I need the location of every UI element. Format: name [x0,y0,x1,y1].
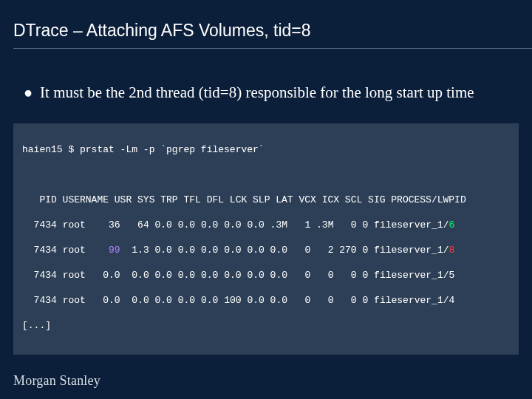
terminal-output: haien15 $ prstat -Lm -p `pgrep fileserve… [13,123,519,355]
bullet-item: ● It must be the 2nd thread (tid=8) resp… [0,56,532,103]
slide-title: DTrace – Attaching AFS Volumes, tid=8 [13,21,532,41]
terminal-header-row: PID USERNAME USR SYS TRP TFL DFL LCK SLP… [22,194,510,206]
terminal-blank-line [22,168,510,181]
terminal-data-row: 7434 root 0.0 0.0 0.0 0.0 0.0 100 0.0 0.… [22,294,510,307]
title-underline [13,48,532,49]
lwp-highlight: 8 [449,245,455,256]
terminal-data-row: 7434 root 0.0 0.0 0.0 0.0 0.0 0.0 0.0 0.… [22,269,510,282]
terminal-prompt-line: haien15 $ prstat -Lm -p `pgrep fileserve… [22,143,510,156]
terminal-ellipsis: [...] [22,319,510,332]
bullet-text: It must be the 2nd thread (tid=8) respon… [40,83,474,103]
terminal-data-row: 7434 root 99 1.3 0.0 0.0 0.0 0.0 0.0 0.0… [22,244,510,256]
footer-logo: Morgan Stanley [13,373,100,389]
terminal-data-row: 7434 root 36 64 0.0 0.0 0.0 0.0 0.0 .3M … [22,219,510,231]
title-bar: DTrace – Attaching AFS Volumes, tid=8 [0,0,532,56]
bullet-marker: ● [24,83,33,103]
usr-highlight: 99 [92,245,120,256]
lwp-highlight: 6 [449,219,455,231]
